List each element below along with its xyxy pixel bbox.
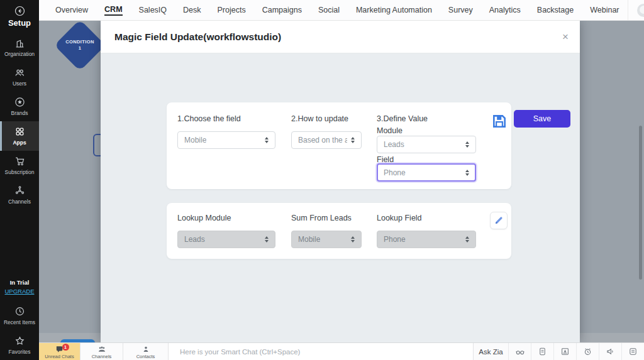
apps-icon [14, 126, 25, 137]
lookup-field-label: Lookup Field [377, 214, 422, 222]
upgrade-link[interactable]: UPGRADE [5, 288, 35, 295]
step3-label: 3.Define Value [377, 114, 428, 123]
zia-icon [515, 347, 525, 357]
chat-tab-channels[interactable]: Channels [80, 343, 123, 360]
smart-chat-input-cell [169, 343, 473, 360]
reminder-icon [583, 347, 592, 356]
users-icon [14, 67, 25, 78]
how-to-update-select[interactable]: Based on the a [291, 131, 362, 149]
magic-field-update-modal: Magic Field Update(workflowstudio) × 1.C… [101, 21, 580, 342]
lookup-card: Lookup Module Leads Sum From Leads Mobil… [167, 203, 511, 259]
updown-icon [465, 141, 469, 148]
sidebar-item-organization[interactable]: Organization [0, 33, 39, 62]
condition-label: CONDITION [65, 39, 94, 45]
sidebar-item-subscription[interactable]: Subscription [0, 151, 39, 180]
floppy-icon [491, 113, 508, 129]
updown-icon [465, 170, 469, 176]
save-button[interactable]: Save [514, 110, 570, 128]
chat-tab-contacts[interactable]: Contacts [123, 343, 169, 360]
edit-button[interactable] [490, 212, 508, 229]
module-select[interactable]: Leads [377, 136, 476, 153]
updown-icon [465, 236, 469, 243]
favorites-icon [14, 335, 25, 346]
modal-title: Magic Field Update(workflowstudio) [114, 31, 281, 43]
back-icon [14, 6, 25, 16]
lookup-module-label: Lookup Module [177, 214, 231, 222]
nav-item-projects[interactable]: Projects [209, 0, 254, 20]
module-label: Module [377, 126, 402, 135]
sidebar-spacer [0, 210, 39, 272]
sum-from-leads-label: Sum From Leads [291, 214, 352, 222]
modal-header: Magic Field Update(workflowstudio) × [101, 21, 580, 53]
chat-tab-unread-chats[interactable]: 1 Unread Chats [39, 343, 80, 360]
trial-status: In Trial [10, 279, 30, 286]
unread-badge: 1 [62, 344, 69, 351]
sidebar-item-recent-items[interactable]: Recent Items [0, 301, 39, 330]
announcement-button[interactable] [599, 343, 621, 360]
announcement-icon [606, 347, 615, 356]
updown-icon [351, 236, 355, 243]
notes-icon [538, 347, 547, 356]
save-icon-button[interactable] [491, 113, 508, 129]
setup-sidebar: Setup Organization Users Brands Apps Sub… [0, 0, 39, 360]
field-select[interactable]: Phone [377, 163, 476, 182]
updown-icon [265, 236, 269, 243]
field-update-card: 1.Choose the field Mobile 2.How to updat… [167, 102, 511, 189]
nav-item-salesiq[interactable]: SalesIQ [131, 0, 175, 20]
reminder-button[interactable] [576, 343, 599, 360]
inbox-button[interactable] [553, 343, 576, 360]
sidebar-item-favorites[interactable]: Favorites [0, 330, 39, 360]
lookup-module-select[interactable]: Leads [177, 231, 275, 248]
brands-icon [14, 97, 25, 107]
condition-number: 1 [79, 45, 82, 52]
pencil-icon [494, 215, 504, 226]
recent-items-icon [14, 306, 25, 317]
subscription-icon [14, 156, 25, 166]
close-icon[interactable]: × [562, 31, 569, 42]
nav-item-campaigns[interactable]: Campaigns [254, 0, 310, 20]
setup-title: Setup [8, 18, 31, 28]
nav-item-backstage[interactable]: Backstage [529, 0, 582, 20]
nav-item-desk[interactable]: Desk [175, 0, 209, 20]
smart-chat-input[interactable] [180, 348, 473, 356]
ask-zia-button[interactable]: Ask Zia [473, 343, 508, 360]
nav-item-webinar[interactable]: Webinar [582, 0, 627, 20]
updown-icon [351, 137, 355, 143]
zia-button[interactable] [508, 343, 531, 360]
sum-from-leads-select[interactable]: Mobile [291, 231, 362, 248]
setup-header[interactable]: Setup [0, 0, 39, 33]
top-navigation: Overview CRM SalesIQ Desk Projects Campa… [39, 0, 644, 21]
channels-icon [14, 185, 25, 196]
choose-field-select[interactable]: Mobile [177, 131, 275, 149]
notes-button[interactable] [531, 343, 553, 360]
sidebar-item-users[interactable]: Users [0, 62, 39, 92]
modal-body: 1.Choose the field Mobile 2.How to updat… [101, 53, 580, 342]
widgets-button[interactable] [621, 343, 644, 360]
inbox-icon [560, 347, 570, 356]
sidebar-item-brands[interactable]: Brands [0, 92, 39, 121]
field-label: Field [377, 155, 394, 164]
condition-node[interactable]: CONDITION 1 [54, 19, 106, 71]
smart-chat-bar: 1 Unread Chats Channels Contacts Ask Zia [39, 342, 644, 360]
step1-label: 1.Choose the field [177, 114, 241, 123]
nav-item-marketing-automation[interactable]: Marketing Automation [348, 0, 440, 20]
channels-people-icon [97, 346, 106, 353]
nav-item-overview[interactable]: Overview [47, 0, 96, 20]
nav-item-analytics[interactable]: Analytics [481, 0, 529, 20]
lookup-field-select[interactable]: Phone [377, 231, 476, 248]
organization-icon [14, 38, 25, 48]
nav-item-survey[interactable]: Survey [440, 0, 481, 20]
contacts-person-icon [142, 346, 150, 353]
nav-item-crm[interactable]: CRM [96, 0, 130, 20]
scrollbar-thumb[interactable] [639, 126, 642, 280]
sidebar-item-channels[interactable]: Channels [0, 180, 39, 210]
step2-label: 2.How to update [291, 114, 348, 123]
user-avatar[interactable] [637, 4, 644, 17]
avatar-cell [628, 0, 644, 20]
nav-item-social[interactable]: Social [310, 0, 348, 20]
trial-block: In Trial UPGRADE [0, 272, 39, 301]
updown-icon [265, 137, 269, 143]
sidebar-item-apps[interactable]: Apps [0, 121, 39, 151]
widgets-icon [628, 347, 638, 356]
